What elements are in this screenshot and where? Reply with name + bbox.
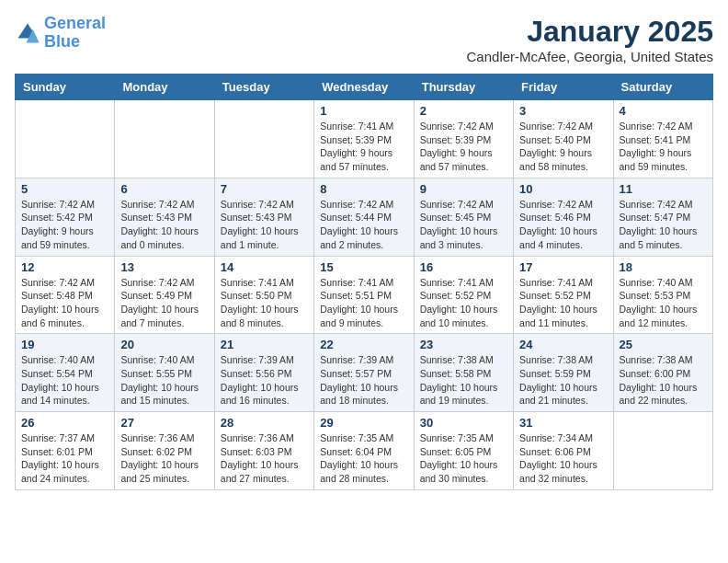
day-detail: Sunrise: 7:42 AMSunset: 5:41 PMDaylight:… bbox=[620, 120, 707, 174]
day-detail: Sunrise: 7:42 AMSunset: 5:49 PMDaylight:… bbox=[120, 276, 208, 330]
day-cell: 6Sunrise: 7:42 AMSunset: 5:43 PMDaylight… bbox=[115, 178, 214, 256]
day-header-friday: Friday bbox=[514, 75, 613, 100]
day-header-tuesday: Tuesday bbox=[214, 75, 313, 100]
day-number: 23 bbox=[420, 338, 507, 351]
day-cell: 16Sunrise: 7:41 AMSunset: 5:52 PMDayligh… bbox=[414, 256, 513, 334]
day-detail: Sunrise: 7:40 AMSunset: 5:55 PMDaylight:… bbox=[120, 353, 208, 408]
day-cell: 22Sunrise: 7:39 AMSunset: 5:57 PMDayligh… bbox=[314, 334, 414, 412]
day-detail: Sunrise: 7:34 AMSunset: 6:06 PMDaylight:… bbox=[519, 431, 607, 486]
day-cell: 28Sunrise: 7:36 AMSunset: 6:03 PMDayligh… bbox=[214, 412, 313, 490]
day-number: 25 bbox=[620, 338, 707, 351]
day-cell: 24Sunrise: 7:38 AMSunset: 5:59 PMDayligh… bbox=[514, 334, 613, 412]
day-detail: Sunrise: 7:42 AMSunset: 5:44 PMDaylight:… bbox=[320, 198, 407, 252]
day-cell: 3Sunrise: 7:42 AMSunset: 5:40 PMDaylight… bbox=[514, 100, 613, 178]
day-cell: 7Sunrise: 7:42 AMSunset: 5:43 PMDaylight… bbox=[214, 178, 313, 256]
day-detail: Sunrise: 7:41 AMSunset: 5:39 PMDaylight:… bbox=[320, 120, 407, 174]
day-cell bbox=[115, 100, 214, 178]
page-header: General Blue January 2025 Candler-McAfee… bbox=[15, 15, 713, 64]
day-number: 4 bbox=[620, 104, 707, 118]
day-cell: 30Sunrise: 7:35 AMSunset: 6:05 PMDayligh… bbox=[414, 412, 513, 490]
day-detail: Sunrise: 7:41 AMSunset: 5:50 PMDaylight:… bbox=[221, 276, 308, 330]
day-detail: Sunrise: 7:36 AMSunset: 6:02 PMDaylight:… bbox=[120, 431, 208, 486]
day-cell: 15Sunrise: 7:41 AMSunset: 5:51 PMDayligh… bbox=[314, 256, 414, 334]
day-number: 13 bbox=[120, 260, 208, 274]
day-detail: Sunrise: 7:38 AMSunset: 5:58 PMDaylight:… bbox=[420, 353, 507, 408]
day-number: 9 bbox=[420, 182, 507, 196]
day-detail: Sunrise: 7:40 AMSunset: 5:53 PMDaylight:… bbox=[620, 276, 707, 330]
day-detail: Sunrise: 7:42 AMSunset: 5:43 PMDaylight:… bbox=[221, 198, 308, 252]
day-detail: Sunrise: 7:42 AMSunset: 5:39 PMDaylight:… bbox=[420, 120, 507, 174]
day-detail: Sunrise: 7:42 AMSunset: 5:46 PMDaylight:… bbox=[519, 198, 607, 252]
calendar-title: January 2025 bbox=[467, 15, 713, 49]
logo-icon bbox=[15, 20, 40, 46]
day-cell: 1Sunrise: 7:41 AMSunset: 5:39 PMDaylight… bbox=[314, 100, 414, 178]
day-number: 1 bbox=[320, 104, 407, 118]
day-cell: 23Sunrise: 7:38 AMSunset: 5:58 PMDayligh… bbox=[414, 334, 513, 412]
day-header-saturday: Saturday bbox=[613, 75, 712, 100]
day-number: 8 bbox=[320, 182, 407, 196]
day-detail: Sunrise: 7:39 AMSunset: 5:56 PMDaylight:… bbox=[221, 353, 308, 408]
day-number: 10 bbox=[519, 182, 607, 196]
day-detail: Sunrise: 7:42 AMSunset: 5:45 PMDaylight:… bbox=[420, 198, 507, 252]
day-detail: Sunrise: 7:42 AMSunset: 5:47 PMDaylight:… bbox=[620, 198, 707, 252]
day-cell: 19Sunrise: 7:40 AMSunset: 5:54 PMDayligh… bbox=[16, 334, 115, 412]
logo-text: General Blue bbox=[44, 15, 106, 52]
day-number: 5 bbox=[21, 182, 108, 196]
day-cell: 4Sunrise: 7:42 AMSunset: 5:41 PMDaylight… bbox=[613, 100, 712, 178]
day-number: 7 bbox=[221, 182, 308, 196]
day-cell: 13Sunrise: 7:42 AMSunset: 5:49 PMDayligh… bbox=[115, 256, 214, 334]
day-number: 18 bbox=[620, 260, 707, 274]
day-header-sunday: Sunday bbox=[16, 75, 115, 100]
day-cell: 10Sunrise: 7:42 AMSunset: 5:46 PMDayligh… bbox=[514, 178, 613, 256]
day-number: 16 bbox=[420, 260, 507, 274]
day-cell: 26Sunrise: 7:37 AMSunset: 6:01 PMDayligh… bbox=[16, 412, 115, 490]
day-header-monday: Monday bbox=[115, 75, 214, 100]
day-number: 29 bbox=[320, 416, 407, 430]
week-row-4: 19Sunrise: 7:40 AMSunset: 5:54 PMDayligh… bbox=[16, 334, 713, 412]
day-cell bbox=[16, 100, 115, 178]
day-detail: Sunrise: 7:40 AMSunset: 5:54 PMDaylight:… bbox=[21, 353, 108, 408]
day-detail: Sunrise: 7:41 AMSunset: 5:51 PMDaylight:… bbox=[320, 276, 407, 330]
day-cell: 12Sunrise: 7:42 AMSunset: 5:48 PMDayligh… bbox=[16, 256, 115, 334]
day-cell: 27Sunrise: 7:36 AMSunset: 6:02 PMDayligh… bbox=[115, 412, 214, 490]
week-row-2: 5Sunrise: 7:42 AMSunset: 5:42 PMDaylight… bbox=[16, 178, 713, 256]
logo-line1: General bbox=[44, 14, 106, 32]
day-cell: 31Sunrise: 7:34 AMSunset: 6:06 PMDayligh… bbox=[514, 412, 613, 490]
day-detail: Sunrise: 7:38 AMSunset: 5:59 PMDaylight:… bbox=[519, 353, 607, 408]
day-cell: 20Sunrise: 7:40 AMSunset: 5:55 PMDayligh… bbox=[115, 334, 214, 412]
day-number: 27 bbox=[120, 416, 208, 430]
day-number: 24 bbox=[519, 338, 607, 351]
day-number: 31 bbox=[519, 416, 607, 430]
day-detail: Sunrise: 7:42 AMSunset: 5:48 PMDaylight:… bbox=[21, 276, 108, 330]
day-number: 11 bbox=[620, 182, 707, 196]
day-number: 2 bbox=[420, 104, 507, 118]
day-number: 26 bbox=[21, 416, 108, 430]
calendar-table: SundayMondayTuesdayWednesdayThursdayFrid… bbox=[15, 74, 713, 490]
week-row-1: 1Sunrise: 7:41 AMSunset: 5:39 PMDaylight… bbox=[16, 100, 713, 178]
day-number: 21 bbox=[221, 338, 308, 351]
logo: General Blue bbox=[15, 15, 106, 52]
day-detail: Sunrise: 7:42 AMSunset: 5:42 PMDaylight:… bbox=[21, 198, 108, 252]
day-header-thursday: Thursday bbox=[414, 75, 513, 100]
day-detail: Sunrise: 7:41 AMSunset: 5:52 PMDaylight:… bbox=[519, 276, 607, 330]
day-cell: 2Sunrise: 7:42 AMSunset: 5:39 PMDaylight… bbox=[414, 100, 513, 178]
day-cell: 8Sunrise: 7:42 AMSunset: 5:44 PMDaylight… bbox=[314, 178, 414, 256]
day-cell: 21Sunrise: 7:39 AMSunset: 5:56 PMDayligh… bbox=[214, 334, 313, 412]
day-cell: 11Sunrise: 7:42 AMSunset: 5:47 PMDayligh… bbox=[613, 178, 712, 256]
day-detail: Sunrise: 7:42 AMSunset: 5:40 PMDaylight:… bbox=[519, 120, 607, 174]
day-cell bbox=[613, 412, 712, 490]
day-cell: 5Sunrise: 7:42 AMSunset: 5:42 PMDaylight… bbox=[16, 178, 115, 256]
day-detail: Sunrise: 7:38 AMSunset: 6:00 PMDaylight:… bbox=[620, 353, 707, 408]
day-cell: 17Sunrise: 7:41 AMSunset: 5:52 PMDayligh… bbox=[514, 256, 613, 334]
day-number: 3 bbox=[519, 104, 607, 118]
week-row-3: 12Sunrise: 7:42 AMSunset: 5:48 PMDayligh… bbox=[16, 256, 713, 334]
day-cell: 25Sunrise: 7:38 AMSunset: 6:00 PMDayligh… bbox=[613, 334, 712, 412]
day-cell: 9Sunrise: 7:42 AMSunset: 5:45 PMDaylight… bbox=[414, 178, 513, 256]
day-number: 14 bbox=[221, 260, 308, 274]
day-number: 17 bbox=[519, 260, 607, 274]
day-detail: Sunrise: 7:41 AMSunset: 5:52 PMDaylight:… bbox=[420, 276, 507, 330]
day-detail: Sunrise: 7:42 AMSunset: 5:43 PMDaylight:… bbox=[120, 198, 208, 252]
day-cell: 18Sunrise: 7:40 AMSunset: 5:53 PMDayligh… bbox=[613, 256, 712, 334]
day-number: 30 bbox=[420, 416, 507, 430]
day-detail: Sunrise: 7:36 AMSunset: 6:03 PMDaylight:… bbox=[221, 431, 308, 486]
